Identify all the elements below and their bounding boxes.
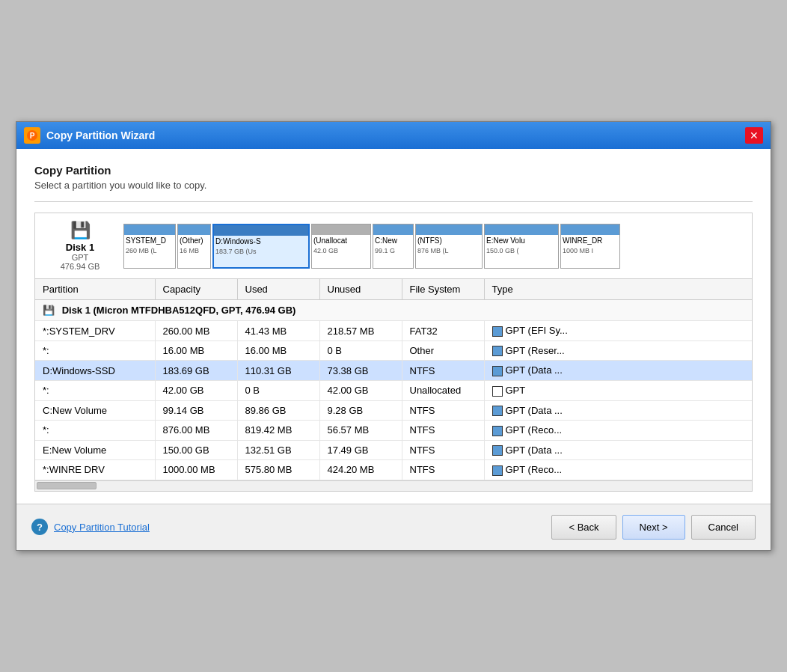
pblock-label-5: (NTFS)	[416, 235, 482, 246]
close-button[interactable]: ✕	[745, 127, 763, 144]
table-row[interactable]: *: 876.00 MB 819.42 MB 56.57 MB NTFS GPT…	[35, 421, 752, 441]
table-row[interactable]: *:SYSTEM_DRV 260.00 MB 41.43 MB 218.57 M…	[35, 321, 752, 341]
disk-name: Disk 1	[43, 242, 117, 253]
pblock-bar-4	[373, 224, 413, 235]
partition-table: Partition Capacity Used Unused File Syst…	[35, 279, 752, 480]
cell-filesystem: NTFS	[402, 460, 484, 480]
cell-type: GPT (EFI Sy...	[484, 321, 752, 341]
next-button[interactable]: Next >	[622, 515, 685, 540]
help-label: ?	[37, 522, 43, 533]
separator	[34, 201, 753, 202]
footer: ? Copy Partition Tutorial < Back Next > …	[16, 504, 771, 550]
table-row[interactable]: D:Windows-SSD 183.69 GB 110.31 GB 73.38 …	[35, 361, 752, 381]
cell-capacity: 876.00 MB	[155, 421, 237, 441]
cell-partition: *:	[35, 340, 155, 361]
pblock-label-0: SYSTEM_D	[124, 235, 175, 246]
cell-capacity: 16.00 MB	[155, 340, 237, 361]
type-icon	[492, 465, 503, 476]
cell-unused: 218.57 MB	[319, 321, 402, 341]
cell-filesystem: NTFS	[402, 400, 484, 421]
table-row[interactable]: *: 16.00 MB 16.00 MB 0 B Other GPT (Rese…	[35, 340, 752, 361]
partition-block-7[interactable]: WINRE_DR 1000 MB I	[560, 224, 620, 269]
tutorial-link[interactable]: Copy Partition Tutorial	[54, 522, 150, 533]
pblock-label-3: (Unallocat	[312, 235, 370, 246]
cell-partition: D:Windows-SSD	[35, 361, 155, 381]
cell-partition: *:SYSTEM_DRV	[35, 321, 155, 341]
cell-type: GPT (Data ...	[484, 440, 752, 460]
partition-block-5[interactable]: (NTFS) 876 MB (L	[415, 224, 483, 269]
cell-capacity: 99.14 GB	[155, 400, 237, 421]
type-icon	[492, 326, 503, 337]
table-header-row: Partition Capacity Used Unused File Syst…	[35, 279, 752, 300]
disk-size: 476.94 GB	[43, 262, 117, 271]
horizontal-scrollbar[interactable]	[34, 481, 753, 492]
cell-type: GPT (Reco...	[484, 421, 752, 441]
pblock-sublabel-4: 99.1 G	[373, 246, 413, 257]
cell-used: 110.31 GB	[237, 361, 319, 381]
disk-header-row: 💾 Disk 1 (Micron MTFDHBA512QFD, GPT, 476…	[35, 300, 752, 321]
cell-used: 132.51 GB	[237, 440, 319, 460]
partition-block-1[interactable]: (Other) 16 MB	[177, 224, 211, 269]
partition-block-2[interactable]: D:Windows-S 183.7 GB (Us	[212, 224, 310, 269]
type-icon	[492, 426, 503, 436]
help-icon[interactable]: ?	[31, 519, 48, 535]
cell-unused: 42.00 GB	[319, 380, 402, 400]
partition-block-3[interactable]: (Unallocat 42.0 GB	[311, 224, 371, 269]
table-row[interactable]: *:WINRE DRV 1000.00 MB 575.80 MB 424.20 …	[35, 460, 752, 480]
pblock-sublabel-7: 1000 MB I	[561, 246, 619, 257]
table-row[interactable]: *: 42.00 GB 0 B 42.00 GB Unallocated GPT	[35, 380, 752, 400]
cell-capacity: 260.00 MB	[155, 321, 237, 341]
type-icon	[492, 406, 503, 416]
cell-partition: E:New Volume	[35, 440, 155, 460]
partition-block-6[interactable]: E:New Volu 150.0 GB (	[484, 224, 559, 269]
app-icon: P	[24, 127, 40, 144]
pblock-bar-3	[312, 224, 370, 235]
pblock-bar-2	[214, 225, 308, 236]
cell-filesystem: Unallocated	[402, 380, 484, 400]
cell-used: 819.42 MB	[237, 421, 319, 441]
main-window: P Copy Partition Wizard ✕ Copy Partition…	[16, 121, 771, 551]
cell-used: 41.43 MB	[237, 321, 319, 341]
cell-unused: 73.38 GB	[319, 361, 402, 381]
partition-block-4[interactable]: C:New 99.1 G	[373, 224, 414, 269]
cell-capacity: 183.69 GB	[155, 361, 237, 381]
cell-filesystem: NTFS	[402, 361, 484, 381]
cell-used: 575.80 MB	[237, 460, 319, 480]
pblock-bar-1	[178, 224, 210, 235]
page-subtitle: Select a partition you would like to cop…	[34, 180, 753, 191]
table-scroll[interactable]: Partition Capacity Used Unused File Syst…	[35, 279, 752, 480]
pblock-bar-0	[124, 224, 175, 235]
cell-used: 0 B	[237, 380, 319, 400]
partition-block-0[interactable]: SYSTEM_D 260 MB (L	[123, 224, 176, 269]
disk-header-text: Disk 1 (Micron MTFDHBA512QFD, GPT, 476.9…	[62, 305, 296, 316]
table-row[interactable]: E:New Volume 150.00 GB 132.51 GB 17.49 G…	[35, 440, 752, 460]
cell-type: GPT (Data ...	[484, 400, 752, 421]
col-type: Type	[484, 279, 752, 300]
disk-info: 💾 Disk 1 GPT 476.94 GB	[43, 221, 117, 271]
cell-filesystem: Other	[402, 340, 484, 361]
back-button[interactable]: < Back	[551, 515, 616, 540]
hscroll-thumb	[37, 482, 97, 489]
titlebar: P Copy Partition Wizard ✕	[16, 122, 771, 149]
type-icon	[492, 366, 503, 376]
cell-unused: 0 B	[319, 340, 402, 361]
cell-type: GPT (Data ...	[484, 361, 752, 381]
cell-partition: C:New Volume	[35, 400, 155, 421]
col-capacity: Capacity	[155, 279, 237, 300]
cell-filesystem: FAT32	[402, 321, 484, 341]
table-row[interactable]: C:New Volume 99.14 GB 89.86 GB 9.28 GB N…	[35, 400, 752, 421]
cell-unused: 9.28 GB	[319, 400, 402, 421]
cell-type: GPT	[484, 380, 752, 400]
pblock-sublabel-1: 16 MB	[178, 246, 210, 257]
pblock-bar-5	[416, 224, 482, 235]
page-title: Copy Partition	[34, 164, 753, 177]
type-icon-empty	[492, 386, 503, 397]
disk-visual: 💾 Disk 1 GPT 476.94 GB SYSTEM_D 260 MB (…	[34, 213, 753, 279]
disk-icon: 💾	[43, 221, 117, 240]
pblock-label-2: D:Windows-S	[214, 236, 308, 247]
cancel-button[interactable]: Cancel	[691, 515, 756, 540]
cell-filesystem: NTFS	[402, 421, 484, 441]
disk-type: GPT	[43, 253, 117, 262]
svg-text:P: P	[30, 132, 35, 140]
col-used: Used	[237, 279, 319, 300]
